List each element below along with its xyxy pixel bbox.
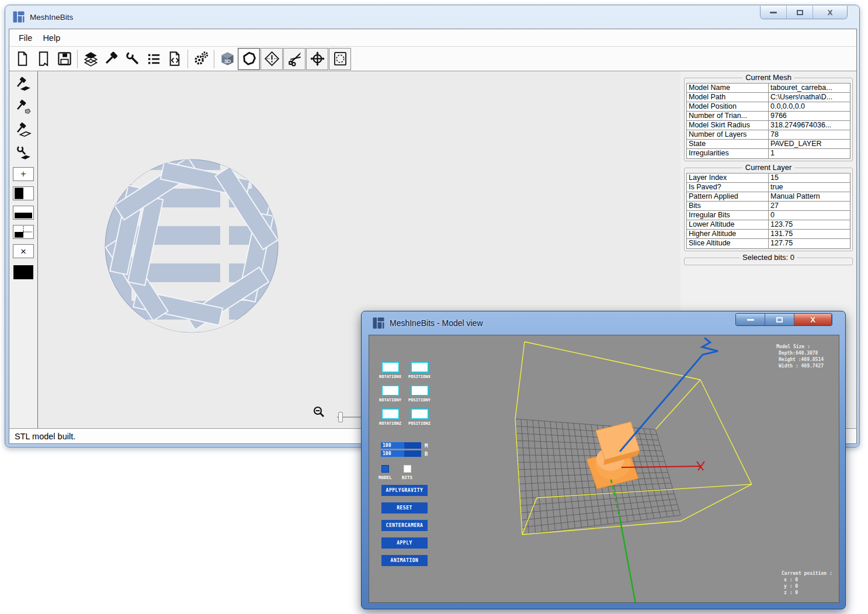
xml-file-button[interactable] [164, 48, 185, 70]
position-x-input[interactable] [411, 362, 429, 373]
main-titlebar[interactable]: MeshIneBits X [9, 5, 856, 29]
minimize-button[interactable] [736, 314, 765, 325]
rotation-x-label: ROTATIONX [379, 374, 411, 379]
maximize-icon [797, 10, 803, 15]
pave-round-bit-tool[interactable] [12, 99, 34, 116]
maximize-button[interactable] [787, 6, 813, 19]
row-value: 0 [769, 211, 850, 220]
row-value: 1 [769, 149, 850, 158]
half-bit-left-button[interactable] [13, 186, 34, 200]
open-file-button[interactable] [33, 48, 54, 70]
close-icon: X [810, 316, 815, 324]
current-layer-groupbox: Current Layer Layer Index15 Is Paved?tru… [684, 168, 853, 251]
animation-button[interactable]: ANIMATION [381, 555, 428, 566]
meshinebits-logo-icon [372, 317, 385, 329]
show-slice-toggle[interactable] [238, 48, 260, 70]
toolbar-separator [214, 50, 214, 68]
rotation-z-input[interactable] [381, 408, 400, 419]
rotation-y-input[interactable] [381, 385, 400, 396]
close-button[interactable]: X [794, 314, 832, 325]
gears-icon [193, 51, 209, 67]
full-bit-swatch[interactable] [12, 263, 34, 281]
pave-hammer-button[interactable] [101, 48, 122, 70]
stl-model [586, 422, 640, 489]
row-label: Lower Altitude [687, 220, 769, 229]
table-row: Bits27 [687, 202, 850, 211]
bits-scale-slider[interactable]: 100 [381, 450, 421, 457]
row-value: 78 [769, 130, 850, 139]
new-file-icon [15, 51, 30, 67]
position-y-input[interactable] [411, 385, 429, 396]
slice-outline-icon [241, 51, 257, 67]
selected-bits-label: Selected bits: 0 [739, 253, 797, 262]
model-scale-slider[interactable]: 100 [381, 442, 421, 449]
hammer-pebble-icon [15, 99, 32, 116]
bits-checkbox[interactable] [404, 465, 411, 473]
save-button[interactable] [54, 48, 75, 70]
add-bit-button[interactable]: + [13, 167, 34, 181]
apply-button[interactable]: APPLY [381, 537, 428, 549]
layers-icon [83, 51, 99, 67]
model-checkbox[interactable] [381, 465, 389, 473]
toolbar: 3D [9, 47, 856, 71]
zoom-out-icon [313, 405, 325, 418]
model-view-window-controls: X [735, 313, 832, 326]
tools-wrench-button[interactable] [122, 48, 143, 70]
row-label: Is Paved? [687, 183, 769, 192]
cube-3d-icon: 3D [220, 51, 235, 67]
quarter-bit-button[interactable] [13, 225, 34, 239]
model-viewport[interactable]: ROTATIONX POSITIONX ROTATIONY POSITIONY … [369, 335, 839, 603]
row-value: C:\Users\natha\D... [769, 93, 850, 102]
diamond-warning-icon [264, 51, 280, 67]
plus-icon: + [20, 169, 26, 179]
close-button[interactable]: X [813, 6, 847, 19]
view-3d-button[interactable]: 3D [217, 48, 238, 70]
rotation-x-input[interactable] [381, 362, 400, 373]
apply-gravity-button[interactable]: APPLYGRAVITY [381, 485, 428, 496]
slice-layers-button[interactable] [80, 48, 101, 70]
zoom-slider-handle[interactable] [338, 412, 343, 422]
show-irregularities-toggle[interactable] [261, 48, 283, 70]
position-z-input[interactable] [411, 408, 429, 419]
meshinebits-logo-icon [12, 11, 25, 23]
maximize-icon [776, 317, 783, 322]
position-y-value: y : 0 [782, 583, 832, 589]
edit-bit-tool[interactable] [12, 144, 34, 162]
delete-bit-button[interactable]: × [13, 244, 34, 258]
show-previous-layer-toggle[interactable] [329, 48, 351, 70]
new-file-button[interactable] [12, 48, 33, 70]
row-label: Model Name [687, 84, 769, 92]
half-left-black-icon [15, 185, 32, 202]
show-lift-points-toggle[interactable] [306, 48, 328, 70]
settings-gears-button[interactable] [190, 48, 211, 70]
pave-full-bit-tool[interactable] [12, 76, 34, 93]
pave-outline-bit-tool[interactable] [12, 122, 34, 139]
current-mesh-title: Current Mesh [742, 73, 794, 82]
table-row: Layer Index15 [687, 174, 850, 183]
bits-scale-label: B [425, 451, 428, 457]
parameters-list-button[interactable] [143, 48, 164, 70]
minimize-icon [747, 319, 754, 321]
wrench-bit-icon [15, 145, 32, 161]
table-row: Irregular Bits0 [687, 211, 850, 220]
menu-file[interactable]: File [14, 31, 37, 45]
hammer-icon [104, 51, 120, 67]
maximize-button[interactable] [765, 314, 794, 325]
model-view-window: MeshIneBits - Model view X [361, 311, 846, 609]
minimize-button[interactable] [761, 6, 787, 19]
row-value: true [769, 183, 850, 192]
rotation-z-label: ROTATIONZ [379, 421, 411, 426]
show-cut-paths-toggle[interactable] [283, 48, 305, 70]
table-row: Model PathC:\Users\natha\D... [687, 93, 850, 102]
half-bit-bottom-button[interactable] [13, 206, 34, 220]
row-label: Number of Layers [687, 130, 769, 139]
menu-help[interactable]: Help [38, 31, 65, 45]
position-y-label: POSITIONY [408, 398, 440, 403]
model-view-titlebar[interactable]: MeshIneBits - Model view X [369, 311, 838, 335]
center-camera-button[interactable]: CENTERCAMERA [381, 520, 428, 531]
row-label: Model Path [687, 93, 769, 102]
model-size-readout: Model Size : Depth:640.3078 Height :469.… [776, 344, 824, 369]
row-label: Higher Altitude [687, 230, 769, 238]
row-value: Manual Pattern [769, 192, 850, 201]
reset-button[interactable]: RESET [381, 502, 428, 514]
